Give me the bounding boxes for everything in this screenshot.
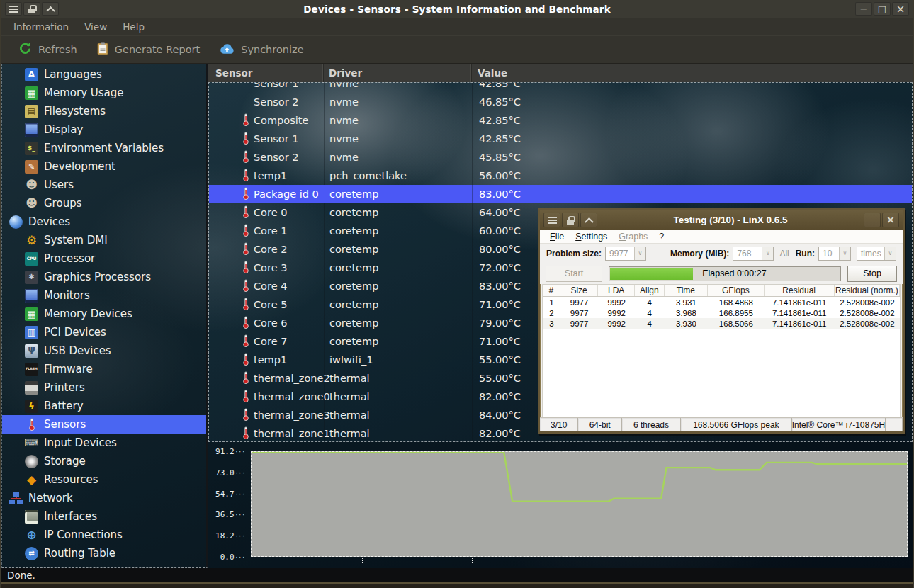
sidebar-item-system-dmi[interactable]: ⚙System DMI [2, 231, 206, 249]
sidebar-item-sensors[interactable]: Sensors [2, 415, 206, 434]
linx-result-cell: 1 [543, 297, 560, 307]
sidebar-item-label: Languages [44, 68, 102, 81]
maximize-button[interactable]: □ [874, 2, 891, 16]
sidebar-item-label: Monitors [44, 289, 90, 302]
linx-result-row[interactable]: 39977999243.930168.50667.141861e-0112.52… [543, 318, 900, 329]
run-count-combo[interactable]: 10 ∨ [818, 247, 851, 261]
sidebar-item-firmware[interactable]: FLASHFirmware [2, 360, 206, 378]
chevron-down-icon: ∨ [839, 247, 850, 260]
linx-titlebar: Testing (3/10) - LinX 0.6.5 − × [540, 210, 903, 230]
sidebar-item-users[interactable]: ☻Users [2, 176, 206, 194]
menu-view[interactable]: View [77, 18, 115, 36]
sidebar-item-filesystems[interactable]: ▤Filesystems [2, 102, 206, 120]
sidebar-item-groups[interactable]: ☻Groups [2, 194, 206, 213]
sidebar-item-printers[interactable]: Printers [2, 378, 206, 397]
y-axis-label: 18.2 [213, 532, 245, 541]
menu-information[interactable]: Information [6, 18, 77, 36]
table-row-sensor-1-nvme[interactable]: Sensor 1nvme42.85°C [209, 82, 912, 93]
start-button[interactable]: Start [546, 266, 602, 282]
linx-result-row[interactable]: 19977999243.931168.48687.141861e-0112.52… [543, 297, 900, 307]
linx-shade-icon[interactable] [580, 213, 597, 227]
sidebar-item-input-devices[interactable]: ⌨Input Devices [2, 434, 206, 452]
sidebar-item-network[interactable]: Network [2, 489, 206, 507]
shade-icon[interactable] [42, 2, 59, 16]
sidebar-item-devices[interactable]: Devices [2, 213, 206, 231]
linx-menu-help[interactable]: ? [653, 232, 670, 242]
linx-column-residual-norm[interactable]: Residual (norm.) [835, 285, 900, 296]
linx-stick-icon[interactable] [562, 213, 579, 227]
close-button[interactable]: × [892, 2, 909, 16]
driver-cell: thermal [325, 428, 473, 439]
elapsed-label: Elapsed 0:00:27 [696, 267, 766, 281]
column-header-driver[interactable]: Driver [324, 64, 472, 82]
problem-size-combo[interactable]: 9977 ∨ [605, 247, 646, 261]
linx-column-num[interactable]: # [543, 285, 560, 296]
column-header-sensor[interactable]: Sensor [208, 64, 324, 82]
run-unit-combo[interactable]: times ∨ [857, 247, 896, 261]
generate-report-button[interactable]: Generate Report [87, 38, 210, 62]
linx-column-time[interactable]: Time [665, 285, 709, 296]
linx-column-gflops[interactable]: GFlops [708, 285, 764, 296]
stop-button[interactable]: Stop [847, 266, 897, 282]
linx-result-cell: 3 [543, 318, 560, 329]
memory-combo[interactable]: 768 ∨ [733, 247, 774, 261]
linx-column-residual[interactable]: Residual [765, 285, 835, 296]
linx-result-row[interactable]: 29977999243.968166.89557.141861e-0112.52… [543, 307, 900, 318]
sidebar-item-memory-devices[interactable]: ▦Memory Devices [2, 305, 206, 323]
memory-label: Memory (MiB): [670, 249, 729, 259]
thermometer-icon [242, 316, 251, 331]
sidebar-item-resources[interactable]: ◆Resources [2, 470, 206, 489]
linx-menu-settings[interactable]: Settings [570, 232, 613, 242]
linx-column-size[interactable]: Size [560, 285, 599, 296]
thermometer-icon [242, 242, 251, 257]
sidebar-item-processor[interactable]: CPUProcessor [2, 249, 206, 268]
table-row-sensor-2-nvme[interactable]: Sensor 2nvme46.85°C [209, 93, 912, 111]
users-icon: ☻ [25, 179, 38, 192]
sidebar-item-graphics-processors[interactable]: ✱Graphics Processors [2, 268, 206, 286]
linx-result-cell: 4 [635, 318, 665, 329]
linx-result-cell: 9992 [598, 307, 635, 318]
sidebar-item-routing-table[interactable]: ⇄Routing Table [2, 544, 206, 562]
sidebar-item-monitors[interactable]: Monitors [2, 286, 206, 305]
table-row-sensor-2-nvme[interactable]: Sensor 2nvme45.85°C [209, 148, 912, 166]
sidebar-item-memory-usage[interactable]: ▦Memory Usage [2, 84, 206, 102]
sidebar-item-storage[interactable]: Storage [2, 452, 206, 470]
linx-menu-graphs[interactable]: Graphs [613, 232, 653, 242]
sidebar-item-interfaces[interactable]: Interfaces [2, 507, 206, 526]
column-header-value[interactable]: Value [472, 64, 913, 82]
sidebar-item-pci-devices[interactable]: ▥PCI Devices [2, 323, 206, 341]
linx-close-button[interactable]: × [882, 213, 899, 227]
table-row-temp1-pch-cometlake[interactable]: temp1pch_cometlake56.00°C [209, 166, 912, 185]
table-row-composite-nvme[interactable]: Compositenvme42.85°C [209, 111, 912, 130]
sidebar-item-label: PCI Devices [44, 326, 106, 339]
driver-cell: coretemp [325, 188, 473, 200]
linx-column-lda[interactable]: LDA [598, 285, 635, 296]
refresh-button[interactable]: Refresh [9, 38, 87, 62]
iface-icon [25, 510, 38, 524]
graph-line [252, 452, 907, 556]
linx-column-align[interactable]: Align [635, 285, 665, 296]
sidebar-item-battery[interactable]: ϟBattery [2, 397, 206, 415]
linx-window-menu-icon[interactable] [543, 213, 560, 227]
sidebar-item-environment-variables[interactable]: $_Environment Variables [2, 139, 206, 157]
window-title: Devices - Sensors - System Information a… [60, 4, 854, 15]
table-row-sensor-1-nvme[interactable]: Sensor 1nvme42.85°C [209, 130, 912, 148]
stick-icon[interactable] [23, 2, 40, 16]
minimize-button[interactable]: − [855, 2, 872, 16]
sidebar-item-label: Filesystems [44, 105, 106, 118]
linx-minimize-button[interactable]: − [864, 213, 881, 227]
sidebar-item-display[interactable]: Display [2, 120, 206, 139]
value-cell: 42.85°C [473, 115, 912, 126]
synchronize-button[interactable]: Synchronize [210, 39, 313, 61]
menu-help[interactable]: Help [115, 18, 152, 36]
sidebar-item-development[interactable]: ✎Development [2, 157, 206, 176]
sidebar-item-usb-devices[interactable]: ΨUSB Devices [2, 341, 206, 360]
sidebar-item-languages[interactable]: ALanguages [2, 65, 206, 84]
linx-menu-file[interactable]: File [544, 232, 570, 242]
driver-cell: nvme [325, 133, 473, 145]
sensor-graph: 91.273.054.736.518.20.0 [208, 442, 913, 568]
sidebar-item-ip-connections[interactable]: ⊕IP Connections [2, 526, 206, 544]
window-menu-icon[interactable] [5, 2, 22, 16]
table-row-package-id-0-coretemp[interactable]: Package id 0coretemp83.00°C [209, 185, 912, 203]
linx-result-cell: 9992 [598, 297, 635, 307]
